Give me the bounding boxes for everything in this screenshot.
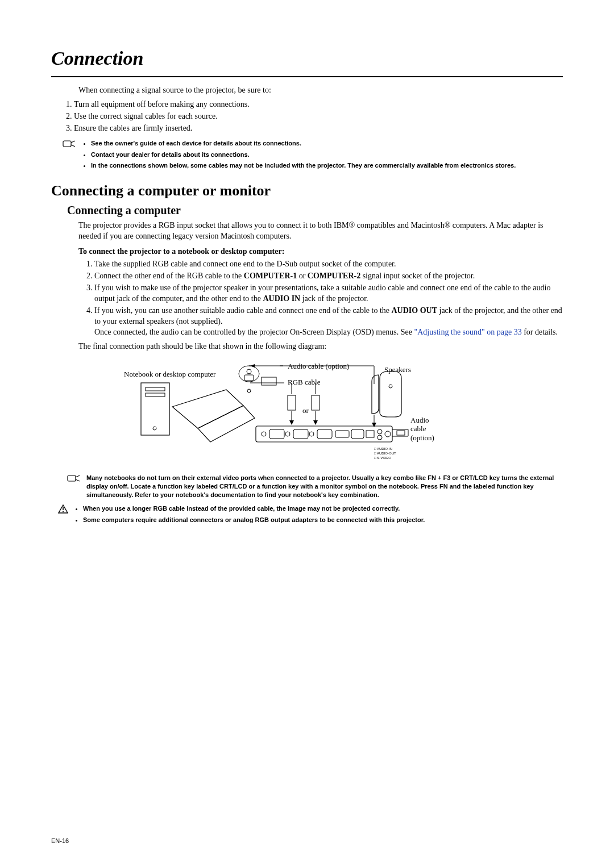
svg-marker-30 [372, 423, 376, 427]
svg-point-28 [389, 385, 392, 388]
svg-point-37 [63, 511, 64, 512]
note1-item-2: Contact your dealer for details about it… [91, 151, 516, 159]
svg-text:□ AUDIO-OUT: □ AUDIO-OUT [374, 452, 396, 455]
step-4: If you wish, you can use another suitabl… [94, 306, 563, 338]
svg-rect-15 [256, 426, 392, 442]
heading-connecting-computer-or-monitor: Connecting a computer or monitor [51, 181, 563, 201]
svg-rect-3 [146, 393, 165, 397]
svg-point-4 [153, 427, 156, 430]
svg-point-16 [262, 432, 266, 436]
svg-marker-13 [289, 420, 294, 425]
svg-point-8 [247, 389, 251, 393]
svg-point-27 [385, 431, 391, 437]
svg-rect-29 [397, 431, 405, 435]
label-or: or [302, 406, 309, 416]
intro-list: Turn all equipment off before making any… [51, 99, 563, 134]
svg-rect-7 [244, 375, 254, 381]
note1-item-1: See the owner's guide of each device for… [91, 139, 516, 148]
intro-item-3: Ensure the cables are firmly inserted. [74, 123, 563, 134]
svg-text:□ AUDIO-IN: □ AUDIO-IN [374, 447, 392, 450]
page-number: EN-16 [51, 837, 69, 845]
warning-icon [58, 504, 69, 527]
title-rule [51, 76, 563, 77]
svg-marker-10 [250, 364, 255, 368]
svg-rect-0 [63, 141, 71, 147]
svg-rect-9 [262, 377, 276, 385]
intro-item-2: Use the correct signal cables for each s… [74, 111, 563, 122]
svg-point-25 [377, 429, 382, 434]
heading-connecting-computer: Connecting a computer [67, 203, 563, 218]
subheading-to-connect: To connect the projector to a notebook o… [78, 247, 563, 257]
bottom-note-text: Many notebooks do not turn on their exte… [86, 474, 563, 500]
svg-rect-24 [366, 431, 374, 437]
svg-rect-22 [335, 431, 349, 437]
note-list-1: See the owner's guide of each device for… [82, 139, 516, 172]
step-3: If you wish to make use of the projector… [94, 283, 563, 304]
svg-rect-17 [269, 429, 284, 439]
link-adjusting-sound[interactable]: "Adjusting the sound" on page 33 [414, 328, 522, 336]
svg-rect-21 [317, 429, 332, 439]
svg-point-18 [285, 432, 290, 436]
svg-text:□ S-VIDEO: □ S-VIDEO [374, 456, 391, 460]
svg-marker-14 [313, 420, 318, 425]
note-icon [63, 139, 77, 172]
warn-item-2: Some computers require additional connec… [83, 516, 425, 525]
svg-point-26 [377, 435, 382, 440]
note-icon [67, 474, 82, 500]
svg-rect-11 [288, 395, 296, 410]
svg-rect-23 [351, 429, 364, 439]
final-line: The final connection path should be like… [78, 341, 563, 352]
svg-rect-19 [293, 429, 308, 439]
label-rgb-cable: RGB cable [288, 377, 320, 387]
svg-point-20 [309, 432, 314, 436]
warning-list: When you use a longer RGB cable instead … [74, 504, 425, 527]
label-notebook: Notebook or desktop computer [124, 369, 215, 379]
label-audio-cable-option-right: Audio cable (option) [410, 416, 445, 443]
paragraph-1: The projector provides a RGB input socke… [78, 220, 563, 242]
note1-item-3: In the connections shown below, some cab… [91, 161, 516, 170]
svg-rect-34 [68, 475, 76, 481]
intro-text: When connecting a signal source to the p… [78, 85, 563, 96]
svg-rect-12 [312, 395, 320, 410]
warn-item-1: When you use a longer RGB cable instead … [83, 504, 425, 514]
label-audio-cable-option-top: Audio cable (option) [288, 361, 349, 372]
svg-rect-2 [146, 387, 165, 391]
step-2: Connect the other end of the RGB cable t… [94, 271, 563, 282]
intro-item-1: Turn all equipment off before making any… [74, 99, 563, 110]
connection-diagram: Notebook or desktop computer Audio cable… [78, 361, 476, 464]
connection-steps: Take the supplied RGB cable and connect … [78, 259, 563, 337]
page-title: Connection [51, 45, 563, 74]
svg-point-6 [247, 369, 251, 374]
label-speakers: Speakers [384, 365, 411, 375]
step-1: Take the supplied RGB cable and connect … [94, 259, 563, 270]
